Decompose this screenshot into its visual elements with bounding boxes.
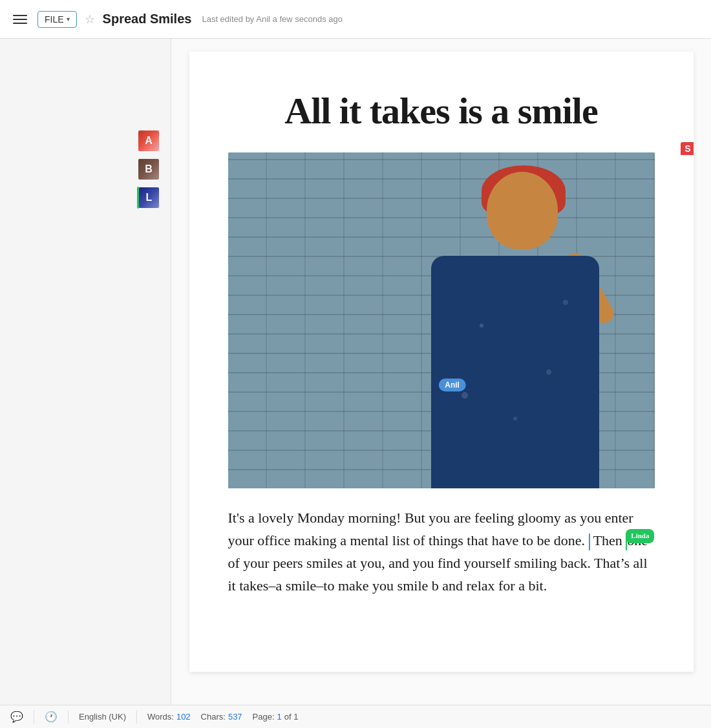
file-menu-button[interactable]: FILE ▾ [37, 11, 77, 28]
body-text-then: Then [593, 532, 622, 548]
document-image [228, 152, 655, 488]
words-count: 102 [176, 712, 191, 722]
collaborators-panel: A B L [137, 129, 160, 209]
cursor-linda-label: Linda [626, 529, 654, 543]
main-content: A B L S All it takes is a smile [0, 39, 711, 705]
avatar-image-2: B [138, 159, 159, 180]
file-menu-label: FILE [45, 14, 64, 25]
language-label[interactable]: English (UK) [79, 712, 126, 722]
char-count-item: Chars: 537 [201, 712, 242, 722]
header-bar: FILE ▾ ☆ Spread Smiles Last edited by An… [0, 0, 711, 39]
hamburger-menu-button[interactable] [10, 12, 30, 26]
cursor-anil-label: Anil [438, 379, 466, 391]
chat-icon[interactable]: 💬 [10, 711, 23, 723]
word-count-item: Words: 102 [147, 712, 191, 722]
person-figure [392, 165, 638, 488]
document-body-text[interactable]: It's a lovely Monday morning! But you ar… [228, 506, 655, 598]
avatar-image-3: L [139, 187, 159, 208]
page-current: 1 [277, 712, 282, 722]
chars-count: 537 [228, 712, 242, 722]
document-title[interactable]: Spread Smiles [103, 12, 192, 26]
last-edited-label: Last edited by Anil a few seconds ago [202, 14, 343, 24]
person-head [487, 172, 558, 249]
page-of-label: of 1 [284, 712, 299, 722]
person-dress [431, 256, 599, 488]
history-icon[interactable]: 🕐 [45, 711, 58, 723]
bookmark-star-icon[interactable]: ☆ [85, 12, 95, 26]
status-divider-2 [68, 711, 69, 723]
cursor-s-indicator: S [681, 142, 693, 155]
document-editor-area[interactable]: S All it takes is a smile An [171, 39, 711, 705]
document-page: S All it takes is a smile An [189, 52, 694, 672]
avatar-image-1: A [138, 130, 159, 151]
collaborator-avatar-1[interactable]: A [137, 129, 160, 152]
collaborator-avatar-2[interactable]: B [137, 158, 160, 181]
chars-label: Chars: [201, 712, 226, 722]
body-text-part1: It's a lovely Monday morning! But you ar… [228, 510, 633, 548]
status-bar: 💬 🕐 English (UK) Words: 102 Chars: 537 P… [0, 705, 711, 728]
status-divider-3 [136, 711, 137, 723]
sidebar: A B L [0, 39, 171, 705]
document-heading[interactable]: All it takes is a smile [228, 90, 655, 132]
status-divider-1 [34, 711, 34, 723]
collaborator-avatar-3[interactable]: L [137, 186, 160, 209]
file-menu-arrow: ▾ [67, 16, 70, 23]
document-image-container: Anil [228, 152, 655, 488]
words-label: Words: [147, 712, 174, 722]
page-label: Page: [253, 712, 275, 722]
page-count-item: Page: 1 of 1 [253, 712, 299, 722]
